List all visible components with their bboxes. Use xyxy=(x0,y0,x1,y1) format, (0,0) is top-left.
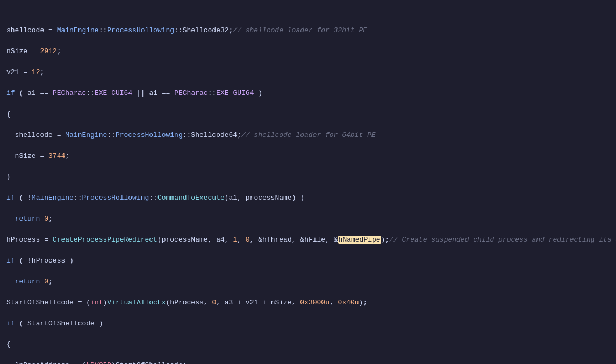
code-line-9: if ( !MainEngine::ProcessHollowing::Comm… xyxy=(6,193,610,203)
code-line-2: nSize = 2912; xyxy=(6,46,610,57)
code-line-1: shellcode = MainEngine::ProcessHollowing… xyxy=(6,25,610,36)
code-line-6: shellcode = MainEngine::ProcessHollowing… xyxy=(6,130,610,141)
code-editor: shellcode = MainEngine::ProcessHollowing… xyxy=(0,0,616,364)
code-line-11: hProcess = CreateProcessPipeRedirect(pro… xyxy=(6,235,610,245)
code-line-13: return 0; xyxy=(6,276,610,287)
code-line-7: nSize = 3744; xyxy=(6,151,610,162)
code-line-5: { xyxy=(6,109,610,120)
code-line-14: StartOfShellcode = (int)VirtualAllocEx(h… xyxy=(6,297,610,308)
code-line-15: if ( StartOfShellcode ) xyxy=(6,318,610,329)
code-line-3: v21 = 12; xyxy=(6,67,610,78)
code-line-12: if ( !hProcess ) xyxy=(6,256,610,266)
code-line-17: lpBaseAddress = (LPVOID)StartOfShellcode… xyxy=(6,360,610,364)
code-line-8: } xyxy=(6,172,610,183)
code-line-4: if ( a1 == PECharac::EXE_CUI64 || a1 == … xyxy=(6,88,610,99)
code-line-10: return 0; xyxy=(6,214,610,224)
code-line-16: { xyxy=(6,339,610,350)
